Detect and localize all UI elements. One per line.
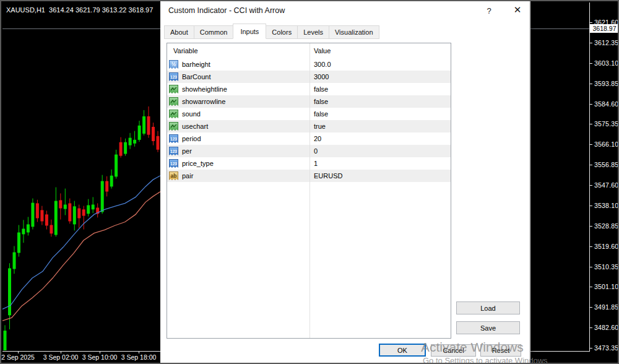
help-button[interactable]: ? bbox=[482, 4, 496, 17]
dialog-tabs: AboutCommonInputsColorsLevelsVisualizati… bbox=[164, 24, 379, 39]
int-type-icon: 123 bbox=[169, 147, 178, 155]
price-label: 3612.35 bbox=[594, 39, 618, 46]
param-name-cell: 123per bbox=[167, 147, 310, 155]
param-name-cell: abpair bbox=[167, 171, 310, 180]
param-name-cell: 123price_type bbox=[167, 159, 310, 168]
inputs-parameter-table: Variable Value ½barheight300.0123BarCoun… bbox=[167, 43, 451, 339]
reset-button[interactable]: Reset bbox=[480, 344, 521, 357]
param-name: usechart bbox=[182, 123, 208, 130]
param-value[interactable]: false bbox=[310, 85, 451, 93]
dialog-titlebar[interactable]: Custom Indicator - CCI with Arrow ? ✕ bbox=[160, 1, 529, 20]
int-type-icon: 123 bbox=[169, 134, 178, 143]
tab-about[interactable]: About bbox=[164, 25, 194, 39]
param-row-price_type[interactable]: 123price_type1 bbox=[167, 157, 451, 170]
param-name: barheight bbox=[182, 61, 210, 68]
tab-inputs[interactable]: Inputs bbox=[233, 24, 266, 39]
param-row-usechart[interactable]: usecharttrue bbox=[167, 120, 451, 132]
param-name: period bbox=[182, 135, 201, 142]
current-price-tag: 3618.97 bbox=[590, 24, 619, 33]
param-row-sound[interactable]: soundfalse bbox=[167, 108, 451, 120]
string-type-icon: ab bbox=[169, 171, 178, 180]
close-icon[interactable]: ✕ bbox=[509, 3, 526, 17]
param-row-barheight[interactable]: ½barheight300.0 bbox=[167, 58, 451, 71]
candlestick-chart[interactable] bbox=[1, 1, 160, 350]
param-name-cell: usechart bbox=[167, 122, 310, 131]
param-row-per[interactable]: 123per0 bbox=[167, 145, 451, 157]
mt4-chart-window: XAUUSD,H1 3614.24 3621.79 3613.22 3618.9… bbox=[0, 0, 619, 364]
price-label: 3566.10 bbox=[594, 141, 618, 148]
param-name: pair bbox=[182, 172, 193, 180]
param-name: per bbox=[182, 147, 192, 155]
param-name: showarrowline bbox=[182, 98, 225, 105]
price-tick bbox=[590, 185, 592, 186]
param-row-period[interactable]: 123period20 bbox=[167, 132, 451, 145]
price-label: 3575.35 bbox=[594, 120, 618, 128]
param-value[interactable]: 20 bbox=[310, 135, 451, 142]
price-tick bbox=[590, 206, 592, 206]
param-name-cell: ½barheight bbox=[167, 60, 310, 69]
price-tick bbox=[590, 327, 592, 328]
price-tick bbox=[590, 307, 592, 308]
param-value[interactable]: 300.0 bbox=[310, 61, 451, 68]
bool-type-icon bbox=[169, 97, 178, 106]
param-row-BarCount[interactable]: 123BarCount3000 bbox=[167, 71, 451, 83]
tab-colors[interactable]: Colors bbox=[266, 25, 298, 39]
time-label: 3 Sep 18:00 bbox=[121, 353, 157, 361]
price-tick bbox=[590, 22, 592, 23]
price-tick bbox=[590, 84, 592, 84]
tab-common[interactable]: Common bbox=[194, 25, 234, 39]
param-row-pair[interactable]: abpairEURUSD bbox=[167, 170, 451, 182]
custom-indicator-dialog: Custom Indicator - CCI with Arrow ? ✕ Ab… bbox=[160, 1, 530, 364]
ma-slow-line bbox=[2, 192, 160, 321]
save-button[interactable]: Save bbox=[456, 321, 520, 334]
bool-type-icon bbox=[169, 110, 178, 118]
load-button[interactable]: Load bbox=[456, 301, 520, 314]
param-name-cell: 123BarCount bbox=[167, 72, 310, 81]
param-value[interactable]: false bbox=[310, 98, 451, 105]
param-name: showheightline bbox=[182, 85, 227, 93]
param-row-showarrowline[interactable]: showarrowlinefalse bbox=[167, 95, 451, 108]
price-tick bbox=[590, 287, 592, 287]
column-header-value: Value bbox=[310, 47, 331, 54]
column-header-variable: Variable bbox=[167, 47, 310, 54]
price-tick bbox=[590, 267, 592, 267]
param-value[interactable]: EURUSD bbox=[310, 172, 451, 180]
ok-button[interactable]: OK bbox=[379, 344, 426, 357]
price-tick bbox=[590, 104, 592, 105]
double-type-icon: ½ bbox=[169, 60, 178, 69]
param-value[interactable]: 1 bbox=[310, 160, 451, 167]
price-label: 3584.60 bbox=[594, 100, 618, 108]
table-header: Variable Value bbox=[167, 43, 451, 58]
price-tick bbox=[590, 144, 592, 145]
price-label: 3538.10 bbox=[594, 202, 618, 209]
param-value[interactable]: true bbox=[310, 123, 451, 130]
param-value[interactable]: 3000 bbox=[310, 73, 451, 80]
time-label: 3 Sep 10:00 bbox=[82, 353, 118, 361]
cancel-button[interactable]: Cancel bbox=[431, 344, 476, 357]
price-tick bbox=[590, 246, 592, 247]
time-label: 3 Sep 02:00 bbox=[43, 353, 79, 361]
dialog-title: Custom Indicator - CCI with Arrow bbox=[168, 6, 285, 15]
price-tick bbox=[590, 226, 592, 227]
time-label: 2 Sep 2025 bbox=[1, 353, 35, 361]
tab-visualization[interactable]: Visualization bbox=[329, 25, 379, 39]
price-label: 3519.60 bbox=[594, 243, 618, 250]
param-value[interactable]: false bbox=[310, 110, 451, 118]
bool-type-icon bbox=[169, 122, 178, 131]
ma-fast-line bbox=[2, 176, 160, 310]
price-label: 3556.85 bbox=[594, 161, 618, 168]
price-label: 3473.35 bbox=[594, 344, 618, 352]
price-label: 3603.10 bbox=[594, 59, 618, 67]
price-tick bbox=[590, 348, 592, 349]
tab-levels[interactable]: Levels bbox=[297, 25, 329, 39]
param-name: BarCount bbox=[182, 73, 210, 80]
int-type-icon: 123 bbox=[169, 72, 178, 81]
price-label: 3491.85 bbox=[594, 303, 618, 311]
price-axis-line bbox=[589, 2, 590, 352]
param-value[interactable]: 0 bbox=[310, 147, 451, 155]
price-label: 3501.10 bbox=[594, 283, 618, 290]
param-row-showheightline[interactable]: showheightlinefalse bbox=[167, 83, 451, 95]
price-label: 3482.60 bbox=[594, 324, 618, 331]
price-tick bbox=[590, 165, 592, 165]
column-divider bbox=[310, 43, 310, 338]
